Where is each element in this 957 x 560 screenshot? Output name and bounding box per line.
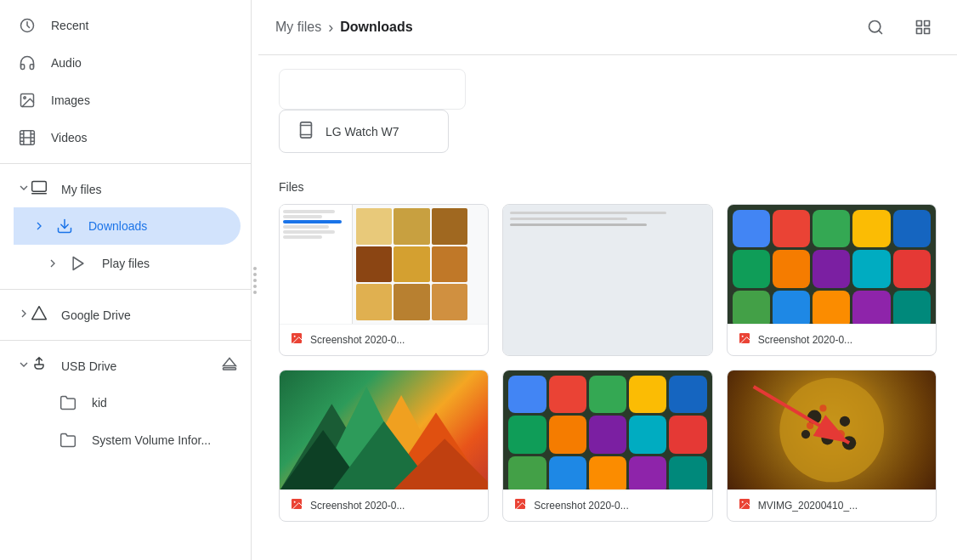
- sidebar-usb-children: kid System Volume Infor...: [0, 384, 251, 459]
- image-file-icon-1: [290, 331, 303, 348]
- svg-point-43: [518, 501, 519, 503]
- file-card-6[interactable]: MVIMG_20200410_...: [727, 370, 937, 522]
- file-thumb-6: [728, 371, 936, 489]
- svg-point-47: [821, 433, 833, 444]
- sidebar-item-downloads[interactable]: Downloads: [14, 207, 241, 245]
- sidebar-item-playfiles-label: Play files: [102, 257, 227, 270]
- main-content: My files › Downloads: [258, 0, 957, 560]
- file-info-4: Screenshot 2020-0...: [280, 489, 488, 521]
- sidebar-item-recent-label: Recent: [51, 19, 227, 32]
- file-name-4: Screenshot 2020-0...: [310, 500, 405, 512]
- clock-icon: [17, 15, 37, 36]
- file-name-5: Screenshot 2020-0...: [534, 500, 628, 512]
- files-section: Files: [279, 180, 937, 522]
- file-name-3: Screenshot 2020-0...: [758, 334, 852, 346]
- resizer-dots: [253, 267, 257, 294]
- download-icon: [54, 216, 75, 236]
- myfiles-expand-icon: [17, 181, 31, 197]
- svg-point-48: [801, 430, 810, 438]
- device-card-partial[interactable]: [279, 69, 466, 110]
- svg-marker-15: [32, 307, 47, 320]
- svg-point-32: [741, 336, 743, 337]
- sidebar-item-recent[interactable]: Recent: [0, 7, 241, 44]
- svg-point-52: [807, 422, 813, 429]
- svg-line-19: [879, 31, 882, 34]
- sidebar-item-videos[interactable]: Videos: [0, 119, 241, 156]
- device-card-lgwatch[interactable]: LG Watch W7: [279, 110, 449, 153]
- file-info-6: MVIMG_20200410_...: [728, 489, 936, 521]
- film-icon: [17, 127, 37, 148]
- sidebar-item-systemvol-label: System Volume Infor...: [92, 433, 227, 447]
- file-card-3[interactable]: Screenshot 2020-0...: [727, 204, 937, 356]
- sidebar-divider-1: [0, 163, 251, 164]
- playfiles-expand-icon: [44, 255, 61, 272]
- file-info-3: Screenshot 2020-0...: [728, 324, 936, 355]
- eject-icon[interactable]: [222, 357, 237, 375]
- svg-point-45: [807, 410, 821, 423]
- sidebar-myfiles-label: My files: [61, 183, 237, 196]
- laptop-icon: [31, 179, 48, 199]
- file-thumb-4: [280, 371, 488, 489]
- folder-icon-sysv: [58, 430, 78, 450]
- file-card-1[interactable]: Screenshot 2020-0...: [279, 204, 489, 356]
- playstore-icon: [68, 253, 88, 274]
- sidebar-item-downloads-label: Downloads: [88, 219, 227, 233]
- content-area: LG Watch W7 Files: [258, 55, 957, 560]
- svg-rect-21: [925, 21, 930, 26]
- svg-point-49: [842, 436, 856, 450]
- file-name-1: Screenshot 2020-0...: [310, 334, 405, 346]
- files-section-title: Files: [279, 180, 937, 194]
- svg-point-56: [741, 501, 743, 503]
- file-card-5[interactable]: Screenshot 2020-0...: [502, 370, 712, 522]
- headphones-icon: [17, 53, 37, 73]
- files-grid: Screenshot 2020-0...: [279, 204, 937, 522]
- sidebar-item-systemvol[interactable]: System Volume Infor...: [14, 421, 241, 459]
- sidebar-section-myfiles[interactable]: My files: [0, 171, 251, 207]
- svg-point-50: [819, 404, 826, 411]
- folder-icon-kid: [58, 393, 78, 413]
- sidebar-usbdrive-label: USB Drive: [61, 359, 222, 373]
- file-thumb-2: [503, 205, 711, 355]
- gdrive-icon: [31, 305, 48, 325]
- svg-point-41: [294, 501, 296, 503]
- gdrive-expand-icon: [17, 307, 31, 323]
- sidebar-item-images-label: Images: [51, 93, 227, 107]
- svg-marker-14: [73, 257, 83, 270]
- sidebar-resizer[interactable]: [252, 0, 258, 560]
- grid-icon: [915, 19, 932, 36]
- image-file-icon-6: [738, 497, 751, 514]
- svg-marker-16: [224, 359, 236, 366]
- grid-view-button[interactable]: [906, 10, 940, 44]
- file-info-2: Screenshot 2020-0...: [503, 355, 711, 356]
- svg-rect-22: [917, 29, 922, 34]
- sidebar-item-images[interactable]: Images: [0, 82, 241, 119]
- sidebar-item-videos-label: Videos: [51, 131, 227, 144]
- sidebar-divider-3: [0, 340, 251, 341]
- breadcrumb-current: Downloads: [340, 20, 412, 35]
- breadcrumb-separator: ›: [328, 19, 333, 37]
- svg-rect-20: [917, 21, 922, 26]
- file-card-4[interactable]: Screenshot 2020-0...: [279, 370, 489, 522]
- svg-rect-24: [301, 122, 312, 138]
- image-icon: [17, 90, 37, 110]
- sidebar-item-kid[interactable]: kid: [14, 384, 241, 421]
- svg-point-46: [840, 416, 850, 427]
- sidebar-section-googledrive[interactable]: Google Drive: [0, 297, 251, 333]
- device-section: LG Watch W7: [279, 110, 937, 160]
- file-thumb-5: [503, 371, 711, 489]
- breadcrumb-parent[interactable]: My files: [275, 20, 321, 35]
- sidebar-item-kid-label: kid: [92, 396, 227, 410]
- image-file-icon-5: [513, 497, 527, 514]
- svg-rect-17: [224, 368, 236, 370]
- toolbar: My files › Downloads: [258, 0, 957, 55]
- file-card-2[interactable]: Screenshot 2020-0...: [502, 204, 712, 356]
- file-info-1: Screenshot 2020-0...: [280, 324, 488, 355]
- sidebar-item-audio[interactable]: Audio: [0, 44, 241, 82]
- svg-rect-23: [925, 29, 930, 34]
- downloads-expand-icon: [31, 218, 48, 235]
- sidebar-section-usbdrive[interactable]: USB Drive: [0, 348, 251, 384]
- svg-rect-11: [32, 182, 47, 192]
- search-button[interactable]: [858, 10, 892, 44]
- sidebar-item-playfiles[interactable]: Play files: [14, 245, 241, 282]
- svg-point-2: [24, 97, 25, 99]
